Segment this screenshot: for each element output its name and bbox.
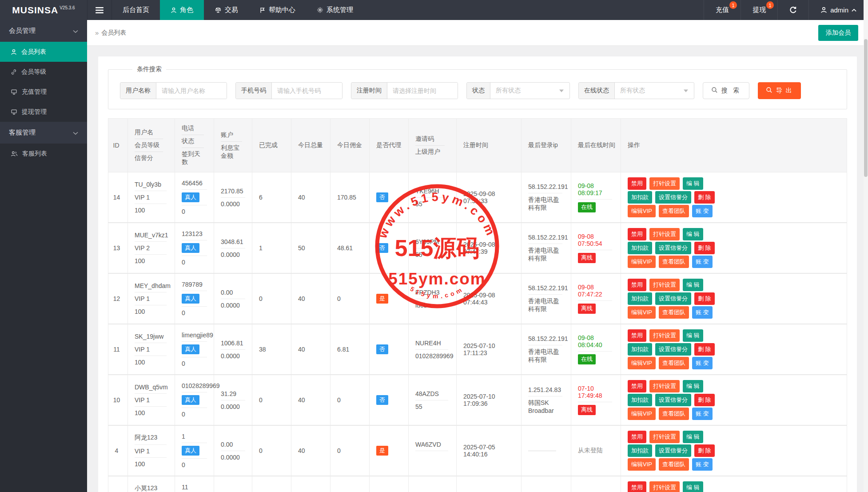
search-button[interactable]: 搜 索 <box>703 82 749 99</box>
action-加扣款-button[interactable]: 加扣款 <box>628 343 652 356</box>
action-编辑-button[interactable]: 编 辑 <box>683 329 703 342</box>
field-label: 用户名称 <box>120 83 156 99</box>
admin-user-menu[interactable]: admin <box>808 0 868 20</box>
action-设置信誉分-button[interactable]: 设置信誉分 <box>655 292 691 305</box>
sidebar-item-0-0[interactable]: 会员列表 <box>0 42 87 62</box>
cell-today-total: 40 <box>291 476 330 492</box>
sidebar-item-label: 会员列表 <box>21 48 46 56</box>
nav-item-2[interactable]: 交易 <box>204 0 249 20</box>
field-select[interactable]: 所有状态 <box>615 83 694 99</box>
nav-item-0[interactable]: 后台首页 <box>112 0 160 20</box>
action-打针设置-button[interactable]: 打针设置 <box>649 177 680 190</box>
nav-refresh-button[interactable] <box>777 0 808 20</box>
hamburger-menu-icon[interactable] <box>87 0 112 20</box>
action-设置信誉分-button[interactable]: 设置信誉分 <box>655 394 691 406</box>
action-编辑VIP-button[interactable]: 编辑VIP <box>628 306 656 319</box>
action-编辑VIP-button[interactable]: 编辑VIP <box>628 408 656 420</box>
action-账变-button[interactable]: 账 变 <box>692 256 713 268</box>
col-header-2: 电话状态签到天数 <box>175 119 214 172</box>
action-打针设置-button[interactable]: 打针设置 <box>649 380 680 392</box>
action-账变-button[interactable]: 账 变 <box>692 408 713 420</box>
action-设置信誉分-button[interactable]: 设置信誉分 <box>655 242 691 254</box>
nav-item-4[interactable]: 系统管理 <box>306 0 364 20</box>
action-删除-button[interactable]: 删 除 <box>694 242 715 254</box>
action-编辑VIP-button[interactable]: 编辑VIP <box>628 256 656 268</box>
action-查看团队-button[interactable]: 查看团队 <box>659 205 689 217</box>
action-查看团队-button[interactable]: 查看团队 <box>659 458 689 471</box>
sidebar-item-1-0[interactable]: 客服列表 <box>0 144 87 164</box>
action-编辑VIP-button[interactable]: 编辑VIP <box>628 357 656 369</box>
chevron-up-icon <box>852 8 856 12</box>
action-禁用-button[interactable]: 禁用 <box>628 431 646 443</box>
action-编辑VIP-button[interactable]: 编辑VIP <box>628 458 656 471</box>
invite-code: WA6ZVD <box>415 438 448 451</box>
sidebar-item-0-2[interactable]: 充值管理 <box>0 82 87 102</box>
scrollbar-thumb[interactable] <box>864 39 868 177</box>
yuebao-amount: 0.0000 <box>221 248 245 261</box>
action-打针设置-button[interactable]: 打针设置 <box>649 329 680 342</box>
field-select[interactable]: 所有状态 <box>490 83 569 99</box>
action-账变-button[interactable]: 账 变 <box>692 458 713 471</box>
action-打针设置-button[interactable]: 打针设置 <box>649 228 680 240</box>
action-编辑-button[interactable]: 编 辑 <box>683 380 703 392</box>
nav-item-1[interactable]: 角色 <box>160 0 204 20</box>
sidebar-group-0[interactable]: 会员管理 <box>0 20 87 42</box>
export-button[interactable]: 导 出 <box>758 82 801 99</box>
action-加扣款-button[interactable]: 加扣款 <box>628 292 652 305</box>
action-账变-button[interactable]: 账 变 <box>692 357 713 369</box>
nav-item-label: 帮助中心 <box>269 6 295 14</box>
action-设置信誉分-button[interactable]: 设置信誉分 <box>655 444 691 457</box>
nav-chip-0[interactable]: 充值1 <box>704 0 741 20</box>
action-编辑-button[interactable]: 编 辑 <box>683 228 703 240</box>
nav-item-3[interactable]: 帮助中心 <box>249 0 306 20</box>
action-禁用-button[interactable]: 禁用 <box>628 380 646 392</box>
action-加扣款-button[interactable]: 加扣款 <box>628 191 652 204</box>
vertical-scrollbar[interactable] <box>864 0 868 492</box>
action-禁用-button[interactable]: 禁用 <box>628 329 646 342</box>
search-field-1: 手机号码 <box>235 82 342 99</box>
action-查看团队-button[interactable]: 查看团队 <box>659 408 689 420</box>
action-加扣款-button[interactable]: 加扣款 <box>628 444 652 457</box>
action-查看团队-button[interactable]: 查看团队 <box>659 256 689 268</box>
action-设置信誉分-button[interactable]: 设置信誉分 <box>655 343 691 356</box>
action-编辑VIP-button[interactable]: 编辑VIP <box>628 205 656 217</box>
action-删除-button[interactable]: 删 除 <box>694 343 715 356</box>
action-禁用-button[interactable]: 禁用 <box>628 228 646 240</box>
action-查看团队-button[interactable]: 查看团队 <box>659 357 689 369</box>
field-input[interactable] <box>272 83 342 99</box>
sidebar-item-0-1[interactable]: 会员等级 <box>0 62 87 82</box>
action-加扣款-button[interactable]: 加扣款 <box>628 242 652 254</box>
action-禁用-button[interactable]: 禁用 <box>628 279 646 291</box>
action-查看团队-button[interactable]: 查看团队 <box>659 306 689 319</box>
cell-last-login-ip <box>522 476 571 492</box>
action-加扣款-button[interactable]: 加扣款 <box>628 394 652 406</box>
action-编辑-button[interactable]: 编 辑 <box>683 279 703 291</box>
action-编辑-button[interactable]: 编 辑 <box>683 481 703 492</box>
nav-chip-1[interactable]: 提现1 <box>741 0 777 20</box>
action-账变-button[interactable]: 账 变 <box>692 306 713 319</box>
account-balance: 31.29 <box>221 388 245 400</box>
member-row-3: 3小莫123VIP 110011真人00.000.00000400是GZ5F7Q… <box>108 476 847 492</box>
action-删除-button[interactable]: 删 除 <box>694 191 715 204</box>
action-打针设置-button[interactable]: 打针设置 <box>649 279 680 291</box>
cell-last-online: 09-08 07:47:22离线 <box>571 273 621 324</box>
search-field-2: 注册时间 <box>351 82 458 99</box>
action-打针设置-button[interactable]: 打针设置 <box>649 431 680 443</box>
action-设置信誉分-button[interactable]: 设置信誉分 <box>655 191 691 204</box>
username: DWB_q5vm <box>135 381 167 394</box>
action-编辑-button[interactable]: 编 辑 <box>683 177 703 190</box>
action-删除-button[interactable]: 删 除 <box>694 292 715 305</box>
action-删除-button[interactable]: 删 除 <box>694 444 715 457</box>
action-删除-button[interactable]: 删 除 <box>694 394 715 406</box>
action-禁用-button[interactable]: 禁用 <box>628 177 646 190</box>
add-member-button[interactable]: 添加会员 <box>818 25 858 41</box>
field-input[interactable] <box>387 83 458 99</box>
app-version: V25.3.6 <box>60 5 75 10</box>
action-打针设置-button[interactable]: 打针设置 <box>649 481 680 492</box>
sidebar-group-1[interactable]: 客服管理 <box>0 122 87 144</box>
action-账变-button[interactable]: 账 变 <box>692 205 713 217</box>
sidebar-item-0-3[interactable]: 提现管理 <box>0 102 87 122</box>
field-input[interactable] <box>156 83 227 99</box>
action-编辑-button[interactable]: 编 辑 <box>683 431 703 443</box>
action-禁用-button[interactable]: 禁用 <box>628 481 646 492</box>
